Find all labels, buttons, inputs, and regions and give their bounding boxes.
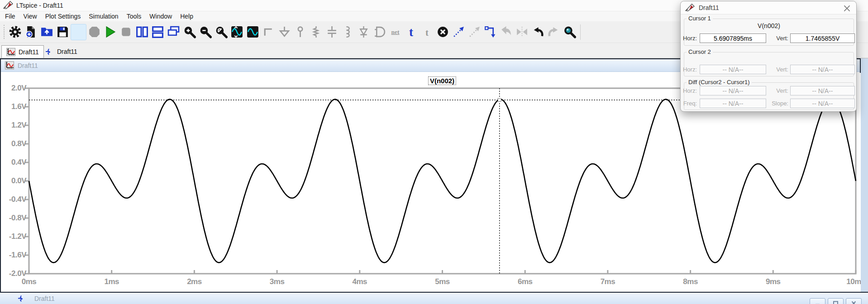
place-text-button[interactable]: t	[403, 24, 419, 40]
restore-button[interactable]	[828, 298, 844, 304]
x-axis-tick-label: 0ms	[13, 277, 45, 286]
tab-schematic-draft11[interactable]: Draft11	[40, 45, 82, 58]
ltspice-logo-icon	[685, 4, 695, 12]
y-axis-tick-label: -2.0V	[2, 270, 26, 278]
close-icon	[851, 301, 857, 304]
y-axis-tick-label: 0.8V	[2, 140, 26, 148]
place-resistor-button	[308, 24, 324, 40]
ltspice-application: LTspice - Draft11 FileViewPlot SettingsS…	[0, 0, 868, 304]
menu-window[interactable]: Window	[145, 12, 176, 20]
delete-button[interactable]	[435, 24, 451, 40]
tile-horizontally-button[interactable]	[150, 24, 166, 40]
label-net-button: net	[387, 24, 403, 40]
svg-text:net: net	[391, 28, 400, 35]
minimize-button[interactable]	[810, 298, 825, 304]
x-axis-tick-label: 4ms	[343, 277, 376, 286]
cascade-windows-button[interactable]	[166, 24, 181, 40]
tab-waveform-draft11[interactable]: Draft11	[1, 45, 44, 58]
cursor1-marker[interactable]	[498, 98, 501, 101]
diff-slope-label: Slope:	[767, 100, 788, 107]
window-controls	[810, 298, 862, 304]
cursor1-vert-value[interactable]	[790, 33, 855, 43]
plot-settings-button[interactable]	[245, 24, 261, 40]
drag-button[interactable]	[482, 24, 498, 40]
menu-help[interactable]: Help	[176, 12, 197, 20]
cursor-dialog-title: Draft11	[699, 4, 719, 11]
find-button[interactable]	[562, 24, 577, 40]
pause-button	[86, 24, 102, 40]
diff-freq-label: Freq:	[682, 100, 697, 107]
draw-wire-button	[261, 24, 277, 40]
zoom-to-fit-button[interactable]	[213, 24, 229, 40]
save-button[interactable]	[55, 24, 71, 40]
minimize-icon	[815, 301, 820, 304]
diff-group-label: Diff (Cursor2 - Cursor1)	[687, 79, 752, 86]
x-axis-tick-label: 9ms	[757, 277, 789, 286]
x-axis-tick-label: 3ms	[261, 277, 293, 286]
close-button[interactable]	[846, 298, 862, 304]
cursor1-signal-name: V(n002)	[684, 22, 854, 29]
zoom-out-button[interactable]	[197, 24, 213, 40]
place-capacitor-button	[324, 24, 340, 40]
zoom-in-button[interactable]	[181, 24, 197, 40]
plot-trace-title[interactable]: V(n002)	[428, 76, 456, 85]
move-button[interactable]	[451, 24, 467, 40]
y-axis-tick-label: 0.0V	[2, 177, 26, 185]
cursor-dialog-titlebar[interactable]: Draft11	[681, 1, 856, 14]
y-axis-tick-label: -0.8V	[2, 214, 26, 222]
svg-text:t: t	[425, 28, 429, 38]
y-axis-tick-label: 0.4V	[2, 158, 26, 166]
cursor1-horz-label: Horz:	[682, 35, 697, 42]
cursor1-group-label: Cursor 1	[687, 15, 713, 22]
schematic-window-title: Draft11	[34, 295, 55, 302]
menu-tools[interactable]: Tools	[123, 12, 146, 20]
place-diode-button	[356, 24, 372, 40]
menu-simulation[interactable]: Simulation	[85, 12, 122, 20]
control-panel-button[interactable]	[7, 24, 23, 40]
y-axis-tick-label: 1.6V	[2, 103, 26, 111]
cursor1-horz-value[interactable]	[700, 33, 766, 43]
place-inductor-button	[340, 24, 356, 40]
halt-button	[118, 24, 134, 40]
x-axis-tick-label: 8ms	[674, 277, 707, 286]
toolbar-separator	[580, 24, 581, 40]
diff-horz-label: Horz:	[682, 87, 697, 94]
place-ground-button	[277, 24, 292, 40]
tab-label: Draft11	[57, 48, 77, 55]
x-axis-tick-label: 2ms	[178, 277, 210, 286]
waveform-icon	[5, 61, 14, 70]
x-axis-tick-label: 7ms	[591, 277, 624, 286]
schematic-icon	[17, 294, 26, 303]
new-schematic-button[interactable]	[23, 24, 39, 40]
menu-plot-settings[interactable]: Plot Settings	[41, 12, 85, 20]
close-icon	[843, 5, 851, 12]
tile-vertically-button[interactable]	[134, 24, 150, 40]
spice-directive-button: t	[419, 24, 435, 40]
place-net-label-button	[292, 24, 308, 40]
restore-icon	[833, 301, 839, 304]
diff-horz-value	[700, 86, 766, 95]
menu-view[interactable]: View	[19, 12, 41, 20]
copy-button	[467, 24, 482, 40]
x-axis-tick-label: 5ms	[426, 277, 459, 286]
menu-file[interactable]: File	[1, 12, 19, 20]
app-title: LTspice - Draft11	[16, 2, 63, 9]
blank-toggled-button[interactable]	[71, 24, 86, 40]
open-button[interactable]	[39, 24, 55, 40]
autorange-y-axis-button[interactable]	[229, 24, 245, 40]
dialog-close-button[interactable]	[843, 5, 851, 12]
schematic-window-titlebar[interactable]: Draft11	[0, 292, 868, 304]
mirror-button	[514, 24, 530, 40]
undo-button[interactable]	[530, 24, 546, 40]
ltspice-logo-icon	[3, 1, 13, 10]
y-axis-tick-label: -1.6V	[2, 251, 26, 259]
redo-button	[546, 24, 562, 40]
y-axis-tick-label: 1.2V	[2, 121, 26, 129]
waveform-window-title: Draft11	[18, 62, 38, 69]
mdi-right-strip	[861, 58, 868, 292]
run-button[interactable]	[102, 24, 118, 40]
paste-button	[498, 24, 514, 40]
cursor2-vert-label: Vert:	[769, 66, 788, 73]
schematic-icon	[45, 48, 54, 56]
cursor2-vert-value	[790, 65, 855, 74]
